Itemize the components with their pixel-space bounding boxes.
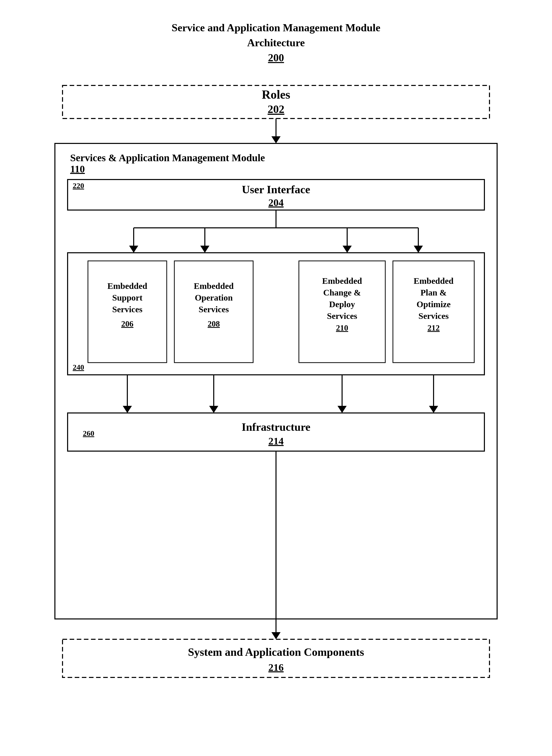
svg-text:Change &: Change & bbox=[323, 288, 361, 297]
svg-text:Services: Services bbox=[419, 311, 449, 321]
svg-text:Operation: Operation bbox=[195, 293, 233, 302]
svg-text:Optimize: Optimize bbox=[417, 300, 451, 309]
svg-text:Infrastructure: Infrastructure bbox=[242, 421, 310, 433]
svg-text:240: 240 bbox=[73, 363, 84, 371]
svg-marker-17 bbox=[200, 246, 210, 253]
svg-text:System and Application Compone: System and Application Components bbox=[188, 646, 364, 658]
svg-marker-21 bbox=[414, 246, 423, 253]
svg-text:214: 214 bbox=[268, 435, 284, 447]
svg-text:Embedded: Embedded bbox=[194, 281, 234, 291]
svg-text:User Interface: User Interface bbox=[242, 183, 310, 196]
svg-text:Embedded: Embedded bbox=[108, 281, 147, 291]
svg-marker-19 bbox=[342, 246, 352, 253]
svg-text:220: 220 bbox=[73, 181, 84, 190]
svg-marker-49 bbox=[209, 406, 218, 413]
svg-marker-15 bbox=[129, 246, 138, 253]
svg-text:Embedded: Embedded bbox=[322, 276, 362, 286]
svg-text:216: 216 bbox=[268, 662, 284, 673]
svg-text:Services: Services bbox=[327, 311, 357, 321]
svg-marker-47 bbox=[123, 406, 132, 413]
svg-text:Embedded: Embedded bbox=[414, 276, 454, 286]
svg-text:212: 212 bbox=[427, 323, 440, 332]
architecture-diagram: Roles 202 Services & Application Managem… bbox=[47, 80, 505, 742]
svg-marker-51 bbox=[337, 406, 347, 413]
svg-marker-4 bbox=[271, 136, 281, 143]
svg-text:Roles: Roles bbox=[262, 88, 290, 101]
svg-text:Support: Support bbox=[112, 293, 143, 302]
svg-text:Services & Application Managem: Services & Application Management Module bbox=[70, 152, 265, 164]
svg-marker-60 bbox=[271, 632, 281, 639]
svg-text:Deploy: Deploy bbox=[329, 300, 355, 309]
svg-text:210: 210 bbox=[336, 323, 348, 332]
svg-marker-53 bbox=[429, 406, 438, 413]
svg-text:208: 208 bbox=[208, 319, 220, 328]
page-title: Service and Application Management Modul… bbox=[171, 20, 380, 65]
svg-text:204: 204 bbox=[268, 197, 284, 208]
svg-text:Services: Services bbox=[112, 305, 143, 314]
svg-text:260: 260 bbox=[83, 429, 94, 437]
svg-text:202: 202 bbox=[268, 103, 284, 115]
svg-text:110: 110 bbox=[70, 163, 85, 175]
svg-text:206: 206 bbox=[121, 319, 133, 328]
svg-text:Plan &: Plan & bbox=[421, 288, 447, 297]
svg-text:Services: Services bbox=[199, 305, 229, 314]
